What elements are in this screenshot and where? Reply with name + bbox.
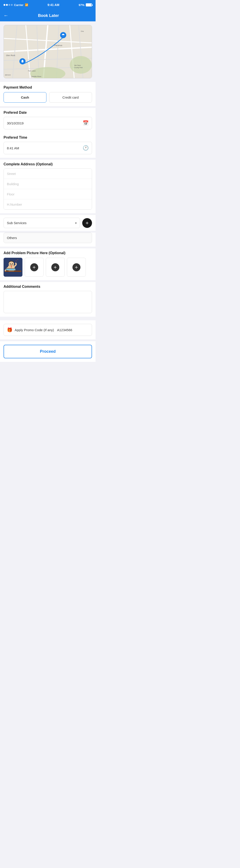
add-picture-1[interactable]: + — [25, 258, 43, 277]
cash-button[interactable]: Cash — [4, 92, 46, 102]
svg-text:aterson: aterson — [5, 74, 11, 76]
divider-5 — [0, 247, 96, 248]
payment-buttons: Cash Credit card — [4, 92, 92, 102]
add-picture-3[interactable]: + — [67, 258, 86, 277]
svg-text:Glen Rock: Glen Rock — [6, 54, 15, 57]
preferred-date-label: Prefered Date — [4, 108, 92, 117]
others-section: Others — [0, 232, 96, 247]
proceed-button[interactable]: Proceed — [4, 345, 92, 358]
preferred-time-input[interactable]: 8:41 AM 🕐 — [4, 142, 92, 154]
add-icon-3: + — [72, 263, 80, 271]
divider-8 — [0, 339, 96, 341]
preferred-date-input[interactable]: 30/10/2019 📅 — [4, 117, 92, 129]
building-input[interactable]: Building — [4, 179, 92, 189]
add-icon-2: + — [52, 263, 59, 271]
picture-thumbnail: ! * — [4, 258, 23, 277]
promo-value: A1234566 — [57, 328, 72, 332]
carrier-text: Carrier — [14, 3, 24, 7]
svg-text:Saddle River: Saddle River — [31, 75, 41, 78]
battery-fill — [86, 4, 91, 6]
status-time: 9:41 AM — [47, 3, 59, 7]
status-right: 97% — [79, 3, 92, 7]
svg-rect-28 — [22, 61, 23, 63]
payment-section: Payment Method Cash Credit card — [0, 82, 96, 106]
page-title: Book Later — [12, 13, 85, 18]
dot-2 — [6, 4, 8, 6]
svg-text:Van Saun: Van Saun — [74, 65, 81, 66]
dot-1 — [4, 4, 5, 6]
credit-card-button[interactable]: Credit card — [49, 92, 92, 102]
dot-4 — [11, 4, 13, 6]
svg-text:!: ! — [16, 260, 16, 263]
preferred-time-section: Prefered Time 8:41 AM 🕐 — [0, 133, 96, 158]
others-input[interactable]: Others — [4, 232, 92, 243]
address-box: Street Building Floor H.Number — [4, 168, 92, 210]
svg-point-33 — [10, 263, 11, 264]
address-section: Complete Address (Optional) Street Build… — [0, 160, 96, 213]
promo-row[interactable]: 🎁 Apply Promo Code (If any) A1234566 — [4, 324, 92, 336]
promo-label: Apply Promo Code (If any) — [15, 328, 54, 332]
wifi-icon: 📶 — [25, 3, 28, 6]
divider-6 — [0, 280, 96, 282]
svg-text:Paramus: Paramus — [55, 44, 63, 46]
chevron-down-icon: ▾ — [75, 221, 77, 225]
person-illustration: ! * — [4, 258, 23, 277]
payment-title: Payment Method — [4, 86, 92, 90]
preferred-time-value: 8:41 AM — [7, 146, 83, 150]
divider-3 — [0, 213, 96, 215]
sub-services-dropdown[interactable]: Sub Services ▾ — [4, 218, 80, 228]
divider-1 — [0, 106, 96, 108]
gift-icon: 🎁 — [7, 327, 12, 333]
comments-section: Additional Comments — [0, 282, 96, 317]
divider-2 — [0, 158, 96, 160]
floor-input[interactable]: Floor — [4, 189, 92, 199]
add-picture-2[interactable]: + — [46, 258, 65, 277]
svg-point-34 — [12, 263, 13, 264]
promo-section: 🎁 Apply Promo Code (If any) A1234566 — [0, 320, 96, 339]
battery-percent: 97% — [79, 3, 84, 7]
svg-text:County Park: County Park — [32, 78, 42, 78]
picture-section: Add Problem Picture Here (Optional) — [0, 248, 96, 280]
svg-text:County Park: County Park — [74, 67, 83, 68]
svg-text:Fair Lawn: Fair Lawn — [28, 70, 36, 72]
divider-4 — [0, 231, 96, 232]
map-container[interactable]: Glen Rock Paramus Fair Lawn Van Saun Cou… — [4, 25, 92, 79]
comments-title: Additional Comments — [4, 282, 92, 291]
svg-point-27 — [22, 60, 23, 61]
status-left: Carrier 📶 — [4, 3, 28, 7]
address-title: Complete Address (Optional) — [4, 160, 92, 168]
h-number-input[interactable]: H.Number — [4, 199, 92, 210]
preferred-time-label: Prefered Time — [4, 133, 92, 142]
status-bar: Carrier 📶 9:41 AM 97% — [0, 0, 96, 10]
add-sub-service-button[interactable]: + — [82, 218, 92, 228]
nav-bar: ← Book Later — [0, 10, 96, 21]
sub-services-row: Sub Services ▾ + — [0, 215, 96, 231]
svg-text:*: * — [17, 259, 18, 261]
street-input[interactable]: Street — [4, 169, 92, 179]
picture-row: ! * + + + — [4, 258, 92, 277]
preferred-date-section: Prefered Date 30/10/2019 📅 — [0, 108, 96, 133]
battery-icon — [86, 3, 92, 6]
preferred-date-value: 30/10/2019 — [7, 121, 83, 125]
picture-title: Add Problem Picture Here (Optional) — [4, 248, 92, 258]
dot-3 — [8, 4, 10, 6]
map-svg: Glen Rock Paramus Fair Lawn Van Saun Cou… — [4, 25, 92, 78]
svg-rect-36 — [6, 269, 15, 270]
add-icon-1: + — [30, 263, 38, 271]
divider-7 — [0, 317, 96, 318]
sub-services-text: Sub Services — [7, 221, 75, 225]
back-button[interactable]: ← — [4, 13, 8, 19]
clock-icon: 🕐 — [83, 145, 89, 151]
signal-dots — [4, 4, 13, 6]
comments-input[interactable] — [4, 291, 92, 313]
proceed-section: Proceed — [0, 341, 96, 362]
svg-text:Ora: Ora — [81, 30, 84, 32]
calendar-icon: 📅 — [83, 120, 89, 126]
